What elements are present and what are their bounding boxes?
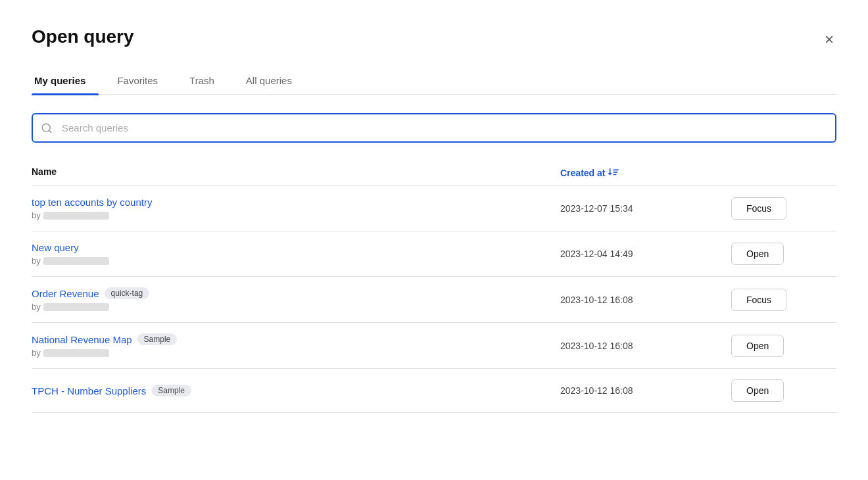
tab-trash[interactable]: Trash <box>187 68 228 94</box>
row-author: by <box>32 348 560 358</box>
row-info: TPCH - Number Suppliers Sample <box>32 385 560 396</box>
dialog-title: Open query <box>32 26 134 47</box>
open-button[interactable]: Open <box>731 379 784 402</box>
svg-line-1 <box>49 130 51 132</box>
focus-button[interactable]: Focus <box>731 289 786 311</box>
search-wrapper <box>32 113 836 143</box>
col-header-action <box>731 166 836 179</box>
row-info: Order Revenue quick-tag by <box>32 287 560 312</box>
open-button[interactable]: Open <box>731 335 784 357</box>
query-title-link[interactable]: TPCH - Number Suppliers Sample <box>32 385 560 396</box>
row-author: by <box>32 256 560 266</box>
query-title-link[interactable]: Order Revenue quick-tag <box>32 287 560 299</box>
query-tag: Sample <box>137 333 178 345</box>
author-bar <box>43 303 109 311</box>
open-button[interactable]: Open <box>731 243 784 265</box>
tab-favorites[interactable]: Favorites <box>114 68 171 94</box>
row-info: top ten accounts by country by <box>32 197 560 220</box>
row-action: Open <box>731 243 836 265</box>
author-bar <box>43 349 109 357</box>
tab-my-queries[interactable]: My queries <box>32 68 99 94</box>
row-action: Open <box>731 379 836 402</box>
sort-icon <box>608 166 619 179</box>
table-row: TPCH - Number Suppliers Sample 2023-10-1… <box>32 369 836 413</box>
table-header: Name Created at <box>32 161 836 186</box>
row-date: 2023-10-12 16:08 <box>560 295 731 305</box>
row-action: Focus <box>731 289 836 311</box>
dialog-header: Open query × <box>32 26 836 50</box>
open-query-dialog: Open query × My queries Favorites Trash … <box>0 0 868 480</box>
row-date: 2023-10-12 16:08 <box>560 341 731 351</box>
row-info: New query by <box>32 242 560 266</box>
query-title-link[interactable]: New query <box>32 242 560 253</box>
row-author: by <box>32 210 560 220</box>
query-tag: quick-tag <box>105 287 150 299</box>
author-bar <box>43 257 109 265</box>
row-action: Focus <box>731 197 836 220</box>
row-info: National Revenue Map Sample by <box>32 333 560 358</box>
tabs-bar: My queries Favorites Trash All queries <box>32 68 836 95</box>
col-header-name: Name <box>32 166 560 179</box>
row-action: Open <box>731 335 836 357</box>
table-row: New query by 2023-12-04 14:49 Open <box>32 231 836 277</box>
search-input[interactable] <box>32 113 836 143</box>
query-tag: Sample <box>151 385 191 396</box>
table-row: National Revenue Map Sample by 2023-10-1… <box>32 323 836 369</box>
author-bar <box>43 212 109 220</box>
query-title-link[interactable]: top ten accounts by country <box>32 197 560 208</box>
query-title-link[interactable]: National Revenue Map Sample <box>32 333 560 345</box>
row-date: 2023-12-04 14:49 <box>560 249 731 259</box>
table-row: Order Revenue quick-tag by 2023-10-12 16… <box>32 277 836 323</box>
row-date: 2023-10-12 16:08 <box>560 385 731 396</box>
queries-table: Name Created at top ten accounts by coun… <box>32 161 836 413</box>
row-author: by <box>32 302 560 312</box>
search-icon <box>41 122 53 134</box>
col-header-created-at[interactable]: Created at <box>560 166 731 179</box>
table-row: top ten accounts by country by 2023-12-0… <box>32 186 836 231</box>
tab-all-queries[interactable]: All queries <box>243 68 305 94</box>
row-date: 2023-12-07 15:34 <box>560 203 731 214</box>
close-button[interactable]: × <box>822 29 836 50</box>
focus-button[interactable]: Focus <box>731 197 786 220</box>
